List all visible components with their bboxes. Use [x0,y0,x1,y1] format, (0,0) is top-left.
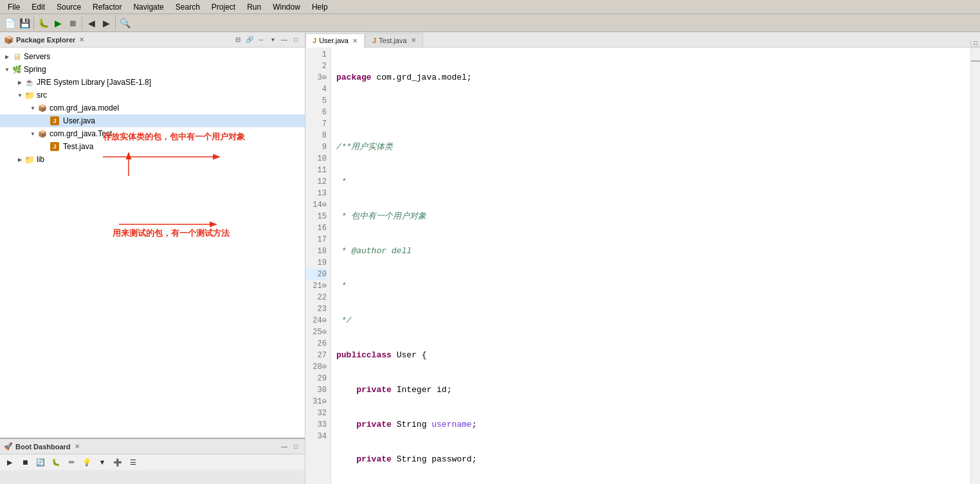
scroll-marker [971,60,980,62]
menu-file[interactable]: File [3,1,25,13]
editor-right-scrollbar[interactable] [970,48,980,484]
tree-item-servers[interactable]: ▶ 🖥 Servers [0,50,305,63]
tree-label-test-java: Test.java [63,142,93,151]
panel-maximize-btn[interactable]: □ [291,35,301,45]
editor-tabs: J User.java ✕ J Test.java ✕ □ [305,32,980,48]
toolbar-save[interactable]: 💾 [17,16,32,30]
boot-maximize-btn[interactable]: □ [291,442,301,452]
tree-arrow-test-pkg: ▼ [28,129,37,138]
tree-item-test-java[interactable]: ▶ J Test.java [0,140,305,153]
tab-close-test[interactable]: ✕ [411,37,416,44]
menu-search[interactable]: Search [170,1,205,13]
tree-label-jre: JRE System Library [JavaSE-1.8] [37,78,151,87]
boot-dashboard-title: Boot Dashboard [15,443,71,451]
editor-area[interactable]: 1 2 3⊖ 4 5 6 7 8 9 10 11 12 13 14⊖ 15 16… [305,48,980,484]
panel-sync-btn[interactable]: ↔ [256,35,266,45]
annotation-test-pkg: 用来测试的包，有一个测试方法 [119,218,280,239]
package-explorer-title: Package Explorer [16,36,75,44]
boot-dashboard-header: 🚀 Boot Dashboard ✕ — □ [0,439,305,454]
tree-label-servers: Servers [24,52,50,61]
line-numbers: 1 2 3⊖ 4 5 6 7 8 9 10 11 12 13 14⊖ 15 16… [305,48,331,484]
boot-btn-9[interactable]: ☰ [126,455,140,469]
tree-label-lib: lib [37,155,44,164]
boot-dashboard-toolbar: ▶ ⏹ 🔄 🐛 ✏ 💡 ▼ ➕ ☰ [0,454,305,470]
menubar: File Edit Source Refactor Navigate Searc… [0,0,980,14]
editor-panel: J User.java ✕ J Test.java ✕ □ 1 2 3⊖ 4 5 [305,32,980,484]
tree-item-lib[interactable]: ▶ 📁 lib [0,153,305,166]
toolbar-back[interactable]: ◀ [84,16,98,30]
tree-label-user-java: User.java [63,116,95,125]
boot-minimize-btn[interactable]: — [279,442,289,452]
menu-source[interactable]: Source [51,1,86,13]
code-line-3: /**用户实体类 [336,141,970,153]
tab-label-user: User.java [319,37,349,44]
package-icon-test: 📦 [37,129,48,139]
menu-navigate[interactable]: Navigate [128,1,168,13]
toolbar-sep-3 [115,17,116,30]
code-line-12: private String password; [336,454,970,465]
tree-arrow-lib: ▶ [15,155,24,164]
tree-label-spring: Spring [24,65,46,74]
jre-icon: ☕ [24,77,35,87]
folder-icon-servers: 🖥 [12,51,22,62]
tree-arrow-servers: ▶ [3,52,12,61]
panel-minimize-btn[interactable]: — [279,35,289,45]
menu-help[interactable]: Help [307,1,333,13]
bottom-panel: 🚀 Boot Dashboard ✕ — □ ▶ ⏹ 🔄 🐛 ✏ 💡 ▼ ➕ ☰ [0,438,305,484]
panel-collapse-btn[interactable]: ⊟ [233,35,243,45]
toolbar-run[interactable]: ▶ [51,16,65,30]
toolbar-debug[interactable]: 🐛 [36,16,50,30]
menu-edit[interactable]: Edit [26,1,50,13]
tab-close-user[interactable]: ✕ [352,37,358,44]
toolbar-search[interactable]: 🔍 [118,16,132,30]
tab-icon-user: J [313,37,316,44]
code-line-5: * 包中有一个用户对象 [336,211,970,222]
boot-btn-4[interactable]: 🐛 [49,455,63,469]
tree-label-src: src [37,91,47,100]
tree-arrow-jre: ▶ [15,78,24,87]
tree-label-model-pkg: com.grd_java.model [50,103,119,112]
tree-item-test-pkg[interactable]: ▼ 📦 com.grd_java.Test [0,127,305,140]
package-icon-model: 📦 [37,103,48,113]
panel-link-btn[interactable]: 🔗 [244,35,255,45]
tree-arrow-model-pkg: ▼ [28,103,37,112]
tree-item-spring[interactable]: ▼ 🌿 Spring [0,63,305,76]
boot-dashboard-actions: — □ [279,442,301,452]
boot-btn-3[interactable]: 🔄 [33,455,48,469]
tab-user-java[interactable]: J User.java ✕ [305,33,365,48]
tree-item-model-pkg[interactable]: ▼ 📦 com.grd_java.model [0,102,305,114]
tab-test-java[interactable]: J Test.java ✕ [365,33,423,47]
boot-btn-8[interactable]: ➕ [111,455,125,469]
top-right-corner[interactable]: □ [970,39,980,47]
tree-arrow-src: ▼ [15,91,24,100]
toolbar-new[interactable]: 📄 [3,16,17,30]
annotation-test-pkg-label: 用来测试的包，有一个测试方法 [113,228,230,239]
boot-btn-5[interactable]: ✏ [64,455,78,469]
panel-menu-btn[interactable]: ▾ [268,35,278,45]
menu-project[interactable]: Project [206,1,240,13]
menu-refactor[interactable]: Refactor [87,1,127,13]
tree-label-test-pkg: com.grd_java.Test [50,129,112,138]
tree-item-user-java[interactable]: ▶ J User.java [0,114,305,127]
menu-window[interactable]: Window [268,1,305,13]
tree-item-jre[interactable]: ▶ ☕ JRE System Library [JavaSE-1.8] [0,76,305,89]
tree-arrow-spring: ▼ [3,65,12,74]
main-layout: 📦 Package Explorer ✕ ⊟ 🔗 ↔ ▾ — □ ▶ 🖥 Ser… [0,32,980,484]
code-editor[interactable]: package com.grd_java.model; /**用户实体类 * *… [331,48,970,484]
boot-btn-2[interactable]: ⏹ [18,455,32,469]
tree-item-src[interactable]: ▼ 📁 src [0,89,305,102]
editor-maximize-btn[interactable]: □ [970,39,980,47]
boot-btn-6[interactable]: 💡 [80,455,94,469]
menu-run[interactable]: Run [242,1,266,13]
code-line-2 [336,107,970,118]
tab-icon-test: J [372,37,376,44]
code-line-9: public class User { [336,350,970,361]
toolbar-stop[interactable]: ⏹ [66,16,80,30]
toolbar-forward[interactable]: ▶ [99,16,113,30]
boot-btn-7[interactable]: ▼ [95,455,109,469]
package-explorer-close-icon: ✕ [79,36,84,43]
annotation-user-arrow [129,173,193,188]
boot-dashboard-close-icon: ✕ [75,443,80,450]
boot-btn-1[interactable]: ▶ [3,455,17,469]
package-explorer-content[interactable]: ▶ 🖥 Servers ▼ 🌿 Spring ▶ ☕ JRE System Li… [0,48,305,438]
